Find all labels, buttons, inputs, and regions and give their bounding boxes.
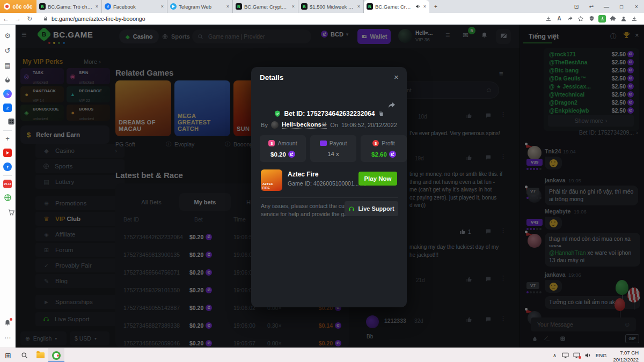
aztec-fire-thumbnail[interactable]: AZTEC FIRE: [261, 169, 282, 191]
browser-tab[interactable]: B BC.Game: Crypto Casino Gam ×: [233, 0, 298, 13]
bcgame-favicon: B: [39, 3, 46, 10]
tab-close-icon[interactable]: ×: [357, 4, 361, 9]
screen: ≡ B BC.GAME ◆ Casino Sports Ȼ BCD ▾ Wall…: [0, 0, 644, 362]
amount-icon: $: [268, 140, 275, 146]
tray-time: 7:07 CH: [620, 350, 639, 356]
share-page-icon[interactable]: [565, 16, 575, 21]
coin-icon: Ȼ: [288, 151, 295, 158]
calendar-event-icon[interactable]: 25.12: [0, 180, 15, 188]
bet-meta-row: By Hell≈beckons☠ On 19:06:52, 20/12/2022: [251, 121, 407, 129]
sidebar-divider: [3, 175, 12, 176]
bettor-name-link[interactable]: Hell≈beckons☠: [282, 121, 327, 129]
keyboard-language[interactable]: ENG: [596, 352, 607, 358]
url-text[interactable]: bc.game/game/aztec-fire-by-booongo: [52, 16, 145, 22]
messenger-icon[interactable]: ϟ: [0, 90, 15, 98]
sidebar-more-icon[interactable]: ⋯: [0, 334, 15, 342]
bookmark-star-icon[interactable]: [575, 16, 586, 22]
browser-tab-active[interactable]: B BC.Game: Crypto Casino ×: [364, 0, 429, 13]
coccoc-logo-icon: [4, 3, 10, 10]
browser-tab[interactable]: B $1,500 Midweek Booongo M ×: [298, 0, 364, 13]
games-icon[interactable]: [4, 117, 19, 125]
facebook-favicon: f: [105, 3, 111, 10]
live-support-button[interactable]: Live Support: [345, 201, 398, 216]
bcgame-favicon: B: [367, 3, 373, 10]
search-tabs-icon[interactable]: ⊡: [569, 0, 584, 13]
telegram-favicon: [170, 3, 177, 10]
restore-session-icon[interactable]: ↩: [584, 0, 599, 13]
coccoc-brand-label: cốc cốc: [12, 4, 32, 10]
stat-profit: $ Profit $2.60 Ȼ: [361, 135, 407, 162]
add-shortcut-icon[interactable]: +: [0, 135, 15, 143]
tab-close-icon[interactable]: ×: [160, 4, 164, 9]
tab-audio-icon[interactable]: [415, 4, 421, 9]
sidebar-bell-icon[interactable]: [0, 319, 15, 327]
copy-bet-id-icon[interactable]: [378, 110, 384, 117]
reading-list-icon[interactable]: ▤: [0, 62, 15, 69]
zalo-icon[interactable]: Z: [0, 104, 15, 112]
tab-close-icon[interactable]: ×: [423, 4, 427, 9]
browser-tab[interactable]: B BC.Game: Trò chơi sòng bạc ×: [36, 0, 102, 13]
volume-icon[interactable]: [584, 352, 591, 359]
coccoc-menu-button[interactable]: cốc cốc: [0, 0, 36, 13]
youtube-icon[interactable]: [0, 149, 15, 157]
modal-title: Details: [260, 73, 283, 82]
tray-expand-icon[interactable]: ∧: [553, 352, 557, 358]
hot-trending-icon[interactable]: [4, 76, 11, 83]
bet-details-modal: Details × Bet ID: 1752734642632232064 By…: [251, 67, 407, 307]
file-explorer-icon[interactable]: [32, 348, 48, 362]
tray-date: 20/12/2022: [613, 357, 639, 362]
window-close-button[interactable]: ×: [629, 0, 644, 13]
adblock-shield-icon[interactable]: [586, 16, 597, 21]
taskbar-search-icon[interactable]: [16, 348, 32, 362]
bell-notification-dot: [10, 318, 12, 321]
bcgame-favicon: B: [236, 3, 242, 10]
lock-icon: [43, 16, 48, 21]
headphones-icon: [348, 205, 355, 212]
browser-sidebar: ⚙ ↺ ▤ ϟ Z + f 25.12 ⋯: [0, 24, 16, 348]
bet-id-row: Bet ID: 1752734642632232064: [251, 110, 407, 117]
bcgame-favicon: B: [301, 3, 308, 10]
verified-shield-icon: [274, 110, 281, 117]
share-bet-icon[interactable]: [387, 101, 396, 109]
start-button[interactable]: ⊞: [0, 348, 16, 362]
profile-avatar-icon[interactable]: [618, 16, 629, 22]
browser-tab[interactable]: f Facebook ×: [102, 0, 167, 13]
tab-close-icon[interactable]: ×: [226, 4, 230, 9]
history-icon[interactable]: ↺: [0, 47, 15, 55]
new-tab-button[interactable]: +: [429, 0, 442, 13]
profit-icon: $: [372, 140, 379, 146]
back-icon[interactable]: ←: [0, 15, 12, 23]
game-title: Aztec Fire: [288, 171, 318, 178]
modal-close-icon[interactable]: ×: [394, 72, 399, 82]
translate-icon[interactable]: A: [554, 16, 565, 21]
stat-amount: $ Amount $0.20 Ȼ: [260, 135, 306, 162]
browser-tab[interactable]: Telegram Web ×: [167, 0, 233, 13]
bettor-avatar: [271, 121, 279, 129]
browser-tabbar: cốc cốc B BC.Game: Trò chơi sòng bạc × f…: [0, 0, 644, 13]
tab-close-icon[interactable]: ×: [291, 4, 295, 9]
save-page-icon[interactable]: [543, 16, 554, 22]
extensions-icon[interactable]: [608, 16, 618, 22]
network-icon[interactable]: [562, 352, 569, 359]
bet-datetime: 19:06:52, 20/12/2022: [341, 122, 397, 128]
settings-icon[interactable]: ⚙: [0, 32, 15, 40]
forward-icon[interactable]: →: [12, 15, 24, 23]
facebook-icon[interactable]: f: [0, 162, 15, 171]
idm-download-icon[interactable]: [597, 15, 608, 23]
windows-taskbar: ⊞ ∧ ENG 7:07 CH 20/12/2022: [0, 348, 644, 362]
pc-status-icon[interactable]: [573, 352, 580, 359]
clock[interactable]: 7:07 CH 20/12/2022: [613, 349, 639, 362]
window-minimize-button[interactable]: —: [599, 0, 614, 13]
window-maximize-button[interactable]: □: [614, 0, 629, 13]
play-now-button[interactable]: Play Now: [358, 172, 397, 186]
payout-icon: [320, 141, 327, 146]
modal-divider: [260, 197, 398, 198]
coin-icon: Ȼ: [389, 151, 396, 158]
downloads-tray-icon[interactable]: [629, 16, 640, 22]
coccoc-taskbar-icon[interactable]: [48, 348, 64, 362]
tab-close-icon[interactable]: ×: [95, 4, 99, 9]
reload-icon[interactable]: ↻: [24, 15, 35, 23]
sports-news-icon[interactable]: [0, 194, 15, 202]
sidebar-divider: [3, 130, 12, 131]
shop-cart-icon[interactable]: [4, 209, 19, 216]
